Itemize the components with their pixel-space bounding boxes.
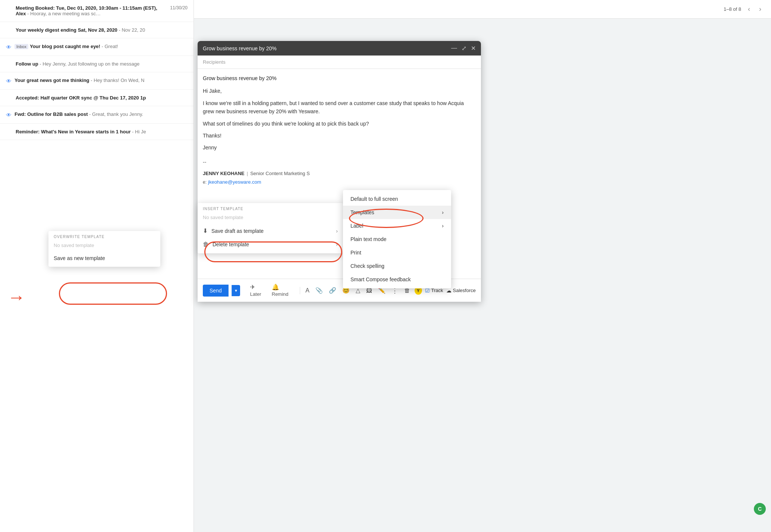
email-list-item[interactable]: 👁Your great news got me thinking - Hey t…: [0, 72, 193, 90]
email-subject: Your weekly digest ending Sat, Nov 28, 2…: [16, 27, 117, 33]
text-format-icon[interactable]: A: [304, 286, 311, 295]
email-snippet: - Hi Je: [132, 129, 146, 134]
context-menu-item-smart-compose[interactable]: Smart Compose feedback: [343, 273, 451, 286]
sig-email-label: e:: [203, 179, 207, 186]
templates-arrow: ›: [442, 209, 444, 215]
save-draft-as-template-button[interactable]: ⬇ Save draft as template ›: [198, 224, 343, 238]
expand-button[interactable]: ⤢: [462, 45, 466, 52]
spelling-label: Check spelling: [350, 263, 384, 269]
save-draft-label: Save draft as template: [211, 228, 264, 234]
eye-tracking-icon: 👁: [6, 112, 12, 118]
prev-page-button[interactable]: ‹: [746, 4, 752, 14]
email-snippet: - Hooray, a new meeting was sc…: [27, 11, 101, 16]
save-draft-arrow: ›: [336, 228, 338, 234]
email-list-item[interactable]: 👁InboxYour blog post caught me eye! - Gr…: [0, 38, 193, 56]
insert-template-label: INSERT TEMPLATE: [198, 207, 343, 213]
user-avatar: C: [754, 503, 766, 515]
sig-title: Senior Content Marketing S: [250, 170, 310, 178]
context-menu-item-print[interactable]: Print: [343, 246, 451, 259]
insert-template-panel: INSERT TEMPLATE No saved template ⬇ Save…: [198, 203, 343, 253]
email-subject: Accepted: Half quarter OKR sync @ Thu De…: [16, 95, 146, 101]
context-menu: Default to full screen Templates › Label…: [343, 190, 451, 288]
label-arrow: ›: [442, 223, 444, 229]
close-button[interactable]: ✕: [471, 45, 476, 52]
email-list-item[interactable]: Accepted: Half quarter OKR sync @ Thu De…: [0, 90, 193, 106]
minimize-button[interactable]: —: [451, 45, 457, 52]
recipients-label: Recipients: [203, 59, 226, 65]
email-snippet: - Great!: [102, 44, 118, 49]
compose-name: Jenny: [203, 143, 476, 152]
context-menu-item-plaintext[interactable]: Plain text mode: [343, 232, 451, 246]
save-draft-icon: ⬇: [203, 227, 208, 234]
delete-icon-small: 🗑: [203, 241, 209, 248]
pagination-bar: 1–8 of 8 ‹ ›: [194, 0, 771, 19]
email-snippet: - Great, thank you Jenny.: [89, 111, 143, 117]
save-as-new-template-button[interactable]: Save as new template: [48, 252, 160, 265]
label-label: Label: [350, 223, 363, 229]
sig-email: jkeohane@yesware.com: [208, 178, 261, 186]
overwrite-label: OVERWRITE TEMPLATE: [48, 235, 160, 241]
salesforce-label: Salesforce: [453, 288, 476, 293]
send-button[interactable]: Send: [203, 285, 229, 297]
email-snippet: - Hey Jenny, Just following up on the me…: [40, 61, 139, 67]
overwrite-no-template: No saved template: [48, 241, 160, 252]
compose-body-p1: I know we're still in a holding pattern,…: [203, 99, 476, 116]
email-date: 11/30/20: [170, 5, 188, 10]
compose-greeting: Hi Jake,: [203, 87, 476, 95]
eye-tracking-icon: 👁: [6, 44, 12, 50]
overwrite-template-panel: OVERWRITE TEMPLATE No saved template Sav…: [48, 231, 160, 267]
salesforce-toggle[interactable]: ☁ Salesforce: [446, 288, 476, 294]
compose-thanks: Thanks!: [203, 132, 476, 140]
templates-label: Templates: [350, 209, 374, 215]
later-button[interactable]: ✈ Later: [249, 282, 267, 299]
compose-controls: — ⤢ ✕: [451, 45, 476, 52]
sig-pipe: |: [247, 170, 248, 178]
attach-icon[interactable]: 📎: [314, 285, 324, 295]
eye-tracking-icon: 👁: [6, 78, 12, 84]
context-menu-item-label[interactable]: Label ›: [343, 219, 451, 232]
email-list-item[interactable]: Follow up - Hey Jenny, Just following up…: [0, 56, 193, 72]
send-dropdown-button[interactable]: ▾: [232, 285, 240, 296]
context-menu-item-fullscreen[interactable]: Default to full screen: [343, 192, 451, 206]
compose-title: Grow business revenue by 20%: [203, 45, 277, 51]
signature-block: -- JENNY KEOHANE | Senior Content Market…: [203, 158, 476, 186]
compose-body-p2: What sort of timelines do you think we'r…: [203, 120, 476, 128]
sig-separator: --: [203, 158, 476, 166]
sig-name: JENNY KEOHANE: [203, 170, 245, 178]
no-template-text: No saved template: [198, 213, 343, 224]
delete-arrow: ›: [336, 241, 338, 247]
email-snippet: - Nov 22, 20: [119, 27, 145, 33]
smart-compose-label: Smart Compose feedback: [350, 276, 411, 282]
remind-button[interactable]: 🔔 Remind: [270, 282, 296, 299]
email-subject: Your blog post caught me eye!: [30, 44, 100, 49]
compose-subject: Grow business revenue by 20%: [203, 74, 476, 82]
next-page-button[interactable]: ›: [757, 4, 764, 14]
email-list-item[interactable]: 👁Fwd: Outline for B2B sales post - Great…: [0, 106, 193, 124]
link-icon[interactable]: 🔗: [327, 285, 338, 295]
plaintext-label: Plain text mode: [350, 236, 387, 242]
context-menu-item-spelling[interactable]: Check spelling: [343, 259, 451, 273]
compose-header: Grow business revenue by 20% — ⤢ ✕: [198, 41, 481, 56]
email-subject: Your great news got me thinking: [15, 77, 89, 83]
context-menu-item-templates[interactable]: Templates ›: [343, 206, 451, 219]
email-subject: Follow up: [16, 61, 38, 67]
delete-template-button[interactable]: 🗑 Delete template ›: [198, 238, 343, 251]
email-list-item[interactable]: Meeting Booked: Tue, Dec 01, 2020, 10:30…: [0, 0, 193, 22]
compose-recipients-field[interactable]: Recipients: [198, 56, 481, 69]
email-subject: Fwd: Outline for B2B sales post: [15, 111, 88, 117]
inbox-badge: Inbox: [15, 44, 28, 49]
delete-label: Delete template: [213, 241, 249, 247]
fullscreen-label: Default to full screen: [350, 196, 398, 202]
email-snippet: - Hey thanks! On Wed, N: [91, 77, 144, 83]
track-label: Track: [431, 288, 443, 293]
pagination-text: 1–8 of 8: [724, 6, 741, 12]
print-label: Print: [350, 250, 361, 256]
email-list-item[interactable]: Reminder: What's New in Yesware starts i…: [0, 124, 193, 140]
email-subject: Reminder: What's New in Yesware starts i…: [16, 129, 130, 134]
email-list-item[interactable]: Your weekly digest ending Sat, Nov 28, 2…: [0, 22, 193, 38]
